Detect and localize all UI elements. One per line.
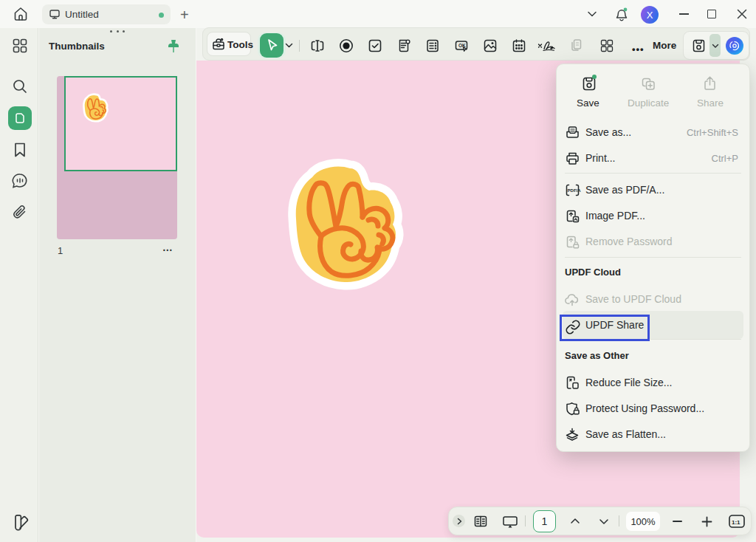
svg-text:1:1: 1:1: [732, 519, 740, 526]
svg-text:PDF/A: PDF/A: [568, 188, 581, 193]
svg-text:OK: OK: [458, 43, 466, 48]
